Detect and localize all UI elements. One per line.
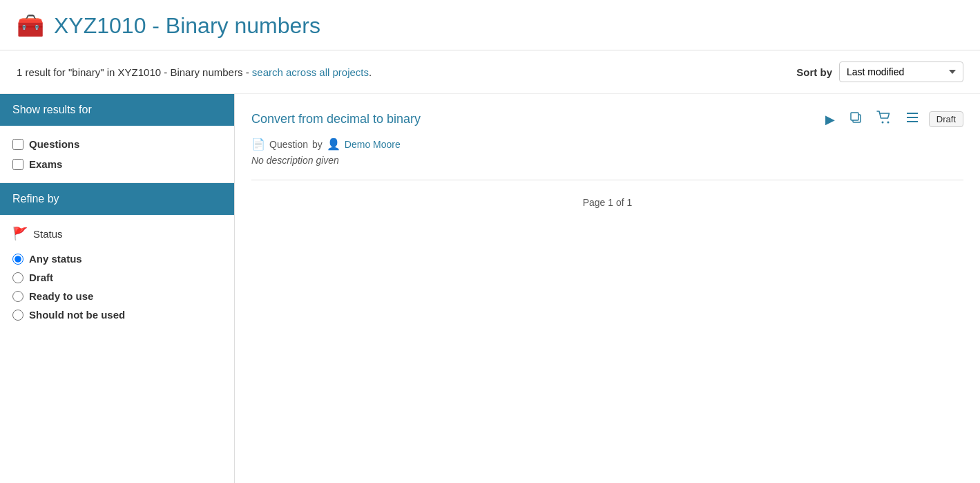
status-section-title: 🚩 Status: [12, 226, 222, 241]
should-not-be-used-label[interactable]: Should not be used: [29, 309, 125, 321]
draft-badge: Draft: [929, 111, 963, 127]
svg-point-3: [887, 122, 889, 124]
page-title: XYZ1010 - Binary numbers: [54, 13, 320, 39]
result-author[interactable]: Demo Moore: [345, 139, 401, 150]
any-status-radio[interactable]: [12, 254, 23, 265]
radio-should-not-be-used[interactable]: Should not be used: [12, 305, 222, 324]
search-result-summary: 1 result for "binary" in XYZ1010 - Binar…: [17, 66, 372, 78]
show-results-header: Show results for: [0, 94, 234, 126]
ready-to-use-label[interactable]: Ready to use: [29, 290, 93, 302]
result-by: by: [312, 139, 323, 150]
result-description: No description given: [251, 155, 963, 166]
search-bar: 1 result for "binary" in XYZ1010 - Binar…: [0, 50, 980, 94]
exams-label[interactable]: Exams: [29, 158, 62, 170]
questions-checkbox[interactable]: [12, 139, 23, 150]
result-type: Question: [269, 139, 308, 150]
radio-ready-to-use[interactable]: Ready to use: [12, 287, 222, 305]
cart-button[interactable]: [872, 108, 896, 131]
exams-checkbox[interactable]: [12, 159, 23, 170]
result-title[interactable]: Convert from decimal to binary: [251, 112, 421, 126]
result-item: Convert from decimal to binary ▶: [251, 94, 963, 180]
results-area: Convert from decimal to binary ▶: [235, 94, 980, 483]
refine-by-header: Refine by: [0, 183, 234, 215]
radio-any-status[interactable]: Any status: [12, 249, 222, 268]
show-results-items: Questions Exams: [0, 126, 234, 183]
list-button[interactable]: [901, 108, 923, 130]
any-status-label[interactable]: Any status: [29, 253, 82, 265]
ready-to-use-radio[interactable]: [12, 291, 23, 302]
should-not-be-used-radio[interactable]: [12, 310, 23, 321]
result-actions: ▶: [821, 108, 963, 131]
checkbox-exams[interactable]: Exams: [12, 154, 222, 174]
pagination: Page 1 of 1: [251, 180, 963, 225]
result-item-header: Convert from decimal to binary ▶: [251, 108, 963, 131]
svg-point-2: [881, 122, 883, 124]
result-text-suffix: .: [369, 66, 372, 78]
sort-by-container: Sort by Last modified Title Created: [796, 61, 963, 82]
copy-button[interactable]: [845, 108, 867, 131]
sort-select[interactable]: Last modified Title Created: [839, 61, 963, 82]
briefcase-icon: 🧰: [17, 12, 44, 39]
sidebar: Show results for Questions Exams Refine …: [0, 94, 235, 483]
radio-draft[interactable]: Draft: [12, 268, 222, 287]
user-icon: 👤: [327, 138, 340, 151]
result-text-prefix: 1 result for "binary" in XYZ1010 - Binar…: [17, 66, 252, 78]
page-header: 🧰 XYZ1010 - Binary numbers: [0, 0, 980, 50]
play-button[interactable]: ▶: [821, 109, 839, 130]
refine-by-section: 🚩 Status Any status Draft Ready to use S…: [0, 215, 234, 335]
flag-icon: 🚩: [12, 226, 28, 241]
search-across-link[interactable]: search across all projects: [252, 66, 369, 78]
svg-rect-1: [851, 113, 858, 120]
draft-radio[interactable]: [12, 272, 23, 283]
sort-by-label: Sort by: [796, 66, 832, 78]
result-meta: 📄 Question by 👤 Demo Moore: [251, 138, 963, 151]
document-icon: 📄: [251, 138, 265, 151]
status-label: Status: [33, 228, 63, 240]
checkbox-questions[interactable]: Questions: [12, 134, 222, 154]
questions-label[interactable]: Questions: [29, 138, 79, 150]
main-content: Show results for Questions Exams Refine …: [0, 94, 980, 483]
draft-label[interactable]: Draft: [29, 272, 53, 283]
